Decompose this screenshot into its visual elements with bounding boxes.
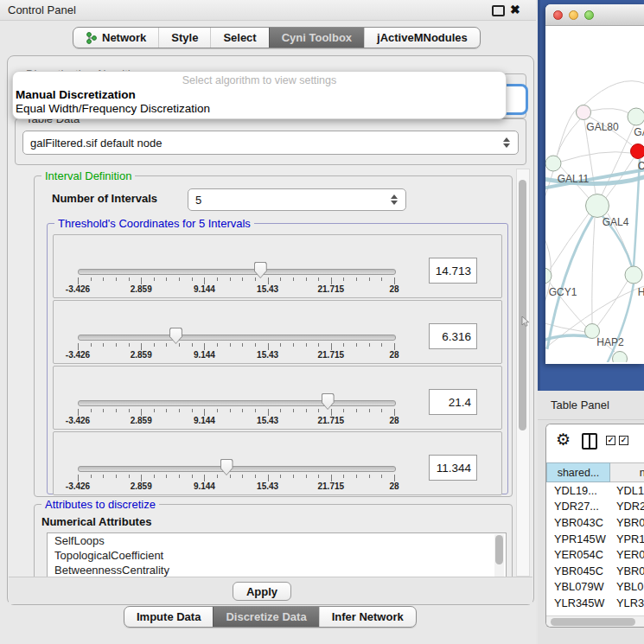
table-rows: YDL19...YDL1YDR27...YDR2YBR043CYBR0YPR14…: [546, 482, 644, 627]
slider-track[interactable]: [78, 400, 396, 406]
tick-label: 2.859: [131, 284, 152, 294]
tick-label: 15.43: [257, 481, 278, 491]
mac-close-icon[interactable]: [553, 10, 563, 20]
network-node-c[interactable]: [631, 144, 644, 159]
attributes-scrollbar[interactable]: [494, 534, 504, 577]
tab-label: Style: [171, 31, 198, 44]
network-edge[interactable]: [584, 81, 644, 105]
network-node-gal80[interactable]: [577, 105, 591, 120]
table-row[interactable]: YLR345WYLR3: [546, 595, 644, 611]
dropdown-item-equal-width-frequency[interactable]: Equal Width/Frequency Discretization: [16, 102, 210, 115]
threshold-value-field[interactable]: 11.344: [429, 455, 477, 481]
tab-infer-network[interactable]: Infer Network: [319, 607, 416, 627]
table-data-combobox[interactable]: galFiltered.sif default node: [22, 131, 519, 155]
numerical-attributes-list[interactable]: SelfLoopsTopologicalCoefficientBetweenne…: [47, 532, 507, 577]
attribute-list-item[interactable]: TopologicalCoefficient: [48, 548, 506, 563]
table-row[interactable]: YBR043CYBR0: [546, 514, 644, 531]
number-of-intervals-value: 5: [195, 194, 201, 207]
control-panel-titlebar: Control Panel ✖: [0, 0, 536, 21]
column-header-1[interactable]: shared...: [546, 462, 610, 482]
dropdown-item-manual-discretization[interactable]: Manual Discretization: [16, 88, 136, 101]
column-header-2[interactable]: n...: [610, 462, 644, 482]
tab-cyni-toolbox[interactable]: Cyni Toolbox: [269, 28, 364, 48]
slider-tick-labels: -3.4262.8599.14415.4321.71528: [78, 284, 394, 295]
slider-thumb[interactable]: [322, 393, 335, 410]
network-node-gal4[interactable]: [586, 194, 609, 218]
attribute-list-item[interactable]: BetweennessCentrality: [48, 563, 506, 577]
cell-shared-name: YBR043C: [546, 516, 610, 529]
float-window-icon[interactable]: [492, 5, 505, 16]
network-edge[interactable]: [597, 281, 628, 326]
table-panel-title: Table Panel: [551, 399, 609, 411]
algorithm-dropdown-popup: Select algorithm to view settings Manual…: [12, 71, 507, 119]
network-edge-highlighted[interactable]: [545, 335, 593, 342]
slider-thumb[interactable]: [254, 262, 267, 278]
threshold-value-field[interactable]: 6.316: [429, 323, 477, 349]
tick-label: 9.144: [194, 350, 215, 360]
network-icon: [86, 32, 97, 44]
tab-style[interactable]: Style: [158, 28, 210, 48]
slider-track[interactable]: [78, 269, 396, 275]
tab-jactivemnodules[interactable]: jActiveMNodules: [364, 28, 480, 48]
threshold-panel-2: -3.4262.8599.14415.4321.715286.316: [53, 300, 502, 364]
table-hscrollbar-thumb[interactable]: [551, 618, 635, 626]
combo-spinner-icon: [391, 194, 398, 205]
network-canvas[interactable]: GAL80GACGAL11GAL4GCY1HHAP2: [545, 25, 644, 362]
node-label: H: [638, 286, 644, 298]
threshold-value-field[interactable]: 21.4: [429, 389, 477, 415]
node-label: GA: [634, 126, 644, 138]
table-row[interactable]: YPR145WYPR1: [546, 531, 644, 547]
attribute-list-item[interactable]: SelfLoops: [48, 533, 506, 548]
control-panel-tabs: NetworkStyleSelectCyni ToolboxjActiveMNo…: [73, 27, 481, 48]
cell-name: YBR0: [610, 516, 644, 529]
network-node[interactable]: [613, 352, 628, 363]
network-node-ga[interactable]: [628, 108, 644, 125]
cell-name: YDR2: [610, 500, 644, 513]
table-panel-titlebar: Table Panel: [538, 391, 644, 420]
tick-label: 15.43: [257, 284, 278, 294]
tab-discretize-data[interactable]: Discretize Data: [213, 607, 318, 627]
columns-icon[interactable]: [582, 433, 597, 450]
cyni-mode-tabs: Impute DataDiscretize DataInfer Network: [124, 606, 417, 628]
network-node-gal11[interactable]: [545, 156, 561, 171]
network-edge[interactable]: [561, 152, 631, 162]
table-row[interactable]: YER054CYER0: [546, 546, 644, 563]
table-row[interactable]: YBL079WYBL0: [546, 579, 644, 596]
network-edge[interactable]: [591, 109, 629, 113]
mac-zoom-icon[interactable]: [584, 10, 594, 20]
network-edge[interactable]: [550, 214, 589, 270]
apply-button[interactable]: Apply: [233, 582, 291, 601]
network-edge-highlighted[interactable]: [634, 159, 640, 267]
thresholds-group: Threshold's Coordinates for 5 Intervals …: [47, 223, 508, 494]
network-edge-highlighted[interactable]: [607, 284, 634, 362]
slider-track[interactable]: [78, 335, 396, 341]
slider-thumb[interactable]: [169, 328, 182, 344]
gear-icon[interactable]: ⚙: [556, 431, 571, 448]
slider-track[interactable]: [78, 466, 396, 472]
checkbox-icon[interactable]: ✓: [619, 436, 628, 445]
table-row[interactable]: YDL19...YDL1: [546, 482, 644, 499]
network-node-h[interactable]: [625, 266, 642, 284]
network-edge[interactable]: [592, 218, 595, 323]
slider-thumb[interactable]: [220, 459, 233, 475]
cell-shared-name: YLR345W: [546, 596, 610, 609]
numerical-attributes-label: Numerical Attributes: [41, 515, 151, 528]
tick-label: 28: [389, 416, 399, 425]
attributes-scrollbar-thumb[interactable]: [495, 535, 503, 564]
mac-minimize-icon[interactable]: [569, 10, 578, 20]
tab-select[interactable]: Select: [210, 28, 268, 48]
tab-network[interactable]: Network: [73, 28, 158, 48]
table-row[interactable]: YBR045CYBR0: [546, 563, 644, 579]
settings-scrollbar-thumb[interactable]: [519, 180, 526, 430]
combo-spinner-icon: [503, 137, 510, 148]
cell-name: YLR3: [610, 596, 644, 609]
table-horizontal-scrollbar[interactable]: [546, 615, 644, 628]
settings-vertical-scrollbar[interactable]: [516, 169, 530, 577]
tab-impute-data[interactable]: Impute Data: [124, 607, 213, 627]
checkbox-icon[interactable]: ✓: [606, 436, 615, 445]
network-edge[interactable]: [557, 119, 580, 156]
number-of-intervals-combobox[interactable]: 5: [188, 188, 406, 211]
close-icon[interactable]: ✖: [510, 3, 520, 16]
table-row[interactable]: YDR27...YDR2: [546, 499, 644, 515]
threshold-value-field[interactable]: 14.713: [429, 258, 477, 284]
